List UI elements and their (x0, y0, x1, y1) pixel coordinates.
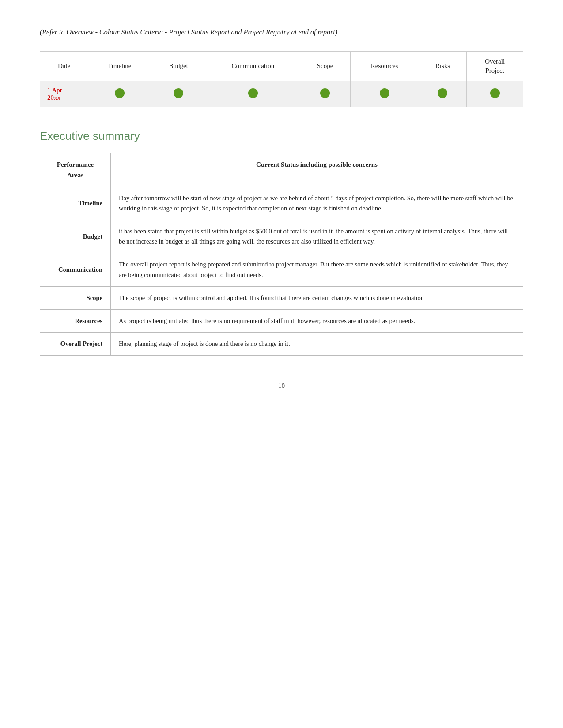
risks-dot (438, 88, 447, 98)
budget-status (151, 81, 206, 107)
col-budget: Budget (151, 51, 206, 81)
status-table: Date Timeline Budget Communication Scope… (40, 51, 523, 107)
scope-dot (320, 88, 330, 98)
page-number: 10 (40, 382, 523, 390)
exec-label-resources: Resources (40, 309, 111, 332)
col-timeline: Timeline (88, 51, 151, 81)
communication-dot (248, 88, 258, 98)
exec-label-budget: Budget (40, 220, 111, 253)
exec-row-scope: Scope The scope of project is within con… (40, 286, 523, 309)
exec-row-timeline: Timeline Day after tomorrow will be star… (40, 187, 523, 220)
exec-header-col2: Current Status including possible concer… (111, 153, 523, 187)
exec-label-timeline: Timeline (40, 187, 111, 220)
exec-content-overall-project: Here, planning stage of project is done … (111, 333, 523, 356)
exec-row-budget: Budget it has been stated that project i… (40, 220, 523, 253)
exec-content-communication: The overall project report is being prep… (111, 253, 523, 286)
col-scope: Scope (300, 51, 350, 81)
col-overall-project: OverallProject (467, 51, 523, 81)
exec-row-resources: Resources As project is being initiated … (40, 309, 523, 332)
exec-label-communication: Communication (40, 253, 111, 286)
exec-content-scope: The scope of project is within control a… (111, 286, 523, 309)
intro-text: (Refer to Overview - Colour Status Crite… (40, 26, 523, 38)
exec-content-timeline: Day after tomorrow will be start of new … (111, 187, 523, 220)
date-cell: 1 Apr20xx (40, 81, 88, 107)
resources-dot (380, 88, 389, 98)
col-date: Date (40, 51, 88, 81)
exec-row-communication: Communication The overall project report… (40, 253, 523, 286)
col-communication: Communication (206, 51, 300, 81)
exec-header-col1: Performance Areas (40, 153, 111, 187)
scope-status (300, 81, 350, 107)
timeline-status (88, 81, 151, 107)
communication-status (206, 81, 300, 107)
overall-status (467, 81, 523, 107)
executive-summary-table: Performance Areas Current Status includi… (40, 153, 523, 356)
col-resources: Resources (350, 51, 419, 81)
exec-label-scope: Scope (40, 286, 111, 309)
col-risks: Risks (419, 51, 467, 81)
timeline-dot (115, 88, 125, 98)
exec-content-budget: it has been stated that project is still… (111, 220, 523, 253)
exec-label-overall-project: Overall Project (40, 333, 111, 356)
risks-status (419, 81, 467, 107)
exec-content-resources: As project is being initiated thus there… (111, 309, 523, 332)
exec-row-overall-project: Overall Project Here, planning stage of … (40, 333, 523, 356)
executive-summary-title: Executive summary (40, 129, 523, 146)
budget-dot (174, 88, 183, 98)
resources-status (350, 81, 419, 107)
overall-dot (490, 88, 500, 98)
